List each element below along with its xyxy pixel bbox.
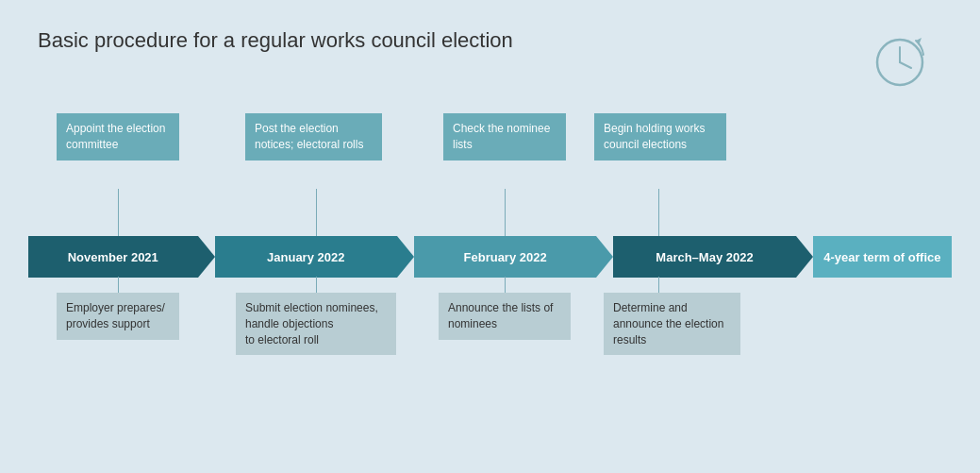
box-announce: Announce the lists of nominees xyxy=(439,293,571,340)
box-employer: Employer prepares/ provides support xyxy=(57,293,179,340)
page-title: Basic procedure for a regular works coun… xyxy=(38,28,513,53)
timeline-bar: November 2021 January 2022 February 2022… xyxy=(28,236,952,278)
box-check: Check the nominee lists xyxy=(443,113,566,160)
connector-employer xyxy=(118,277,119,294)
box-post: Post the election notices; electoral rol… xyxy=(245,113,382,160)
clock-icon xyxy=(867,26,933,93)
connector-post xyxy=(316,189,317,238)
segment-march2022: March–May 2022 xyxy=(613,236,795,278)
box-appoint: Appoint the election committee xyxy=(57,113,179,160)
connector-begin xyxy=(658,189,659,238)
box-submit: Submit election nominees, handle objecti… xyxy=(236,293,396,355)
timeline-area: Appoint the election committee Post the … xyxy=(28,113,952,359)
segment-nov2021: November 2021 xyxy=(28,236,198,278)
segment-jan2022: January 2022 xyxy=(215,236,397,278)
connector-announce xyxy=(505,277,506,294)
svg-line-2 xyxy=(900,62,911,68)
svg-marker-3 xyxy=(916,38,922,45)
box-determine: Determine and announce the election resu… xyxy=(604,293,740,355)
connector-submit xyxy=(316,277,317,294)
segment-feb2022: February 2022 xyxy=(414,236,596,278)
connector-determine xyxy=(658,277,659,294)
connector-appoint xyxy=(118,189,119,238)
box-begin: Begin holding works council elections xyxy=(594,113,726,160)
segment-4year: 4-year term of office xyxy=(813,236,952,278)
connector-check xyxy=(505,189,506,238)
